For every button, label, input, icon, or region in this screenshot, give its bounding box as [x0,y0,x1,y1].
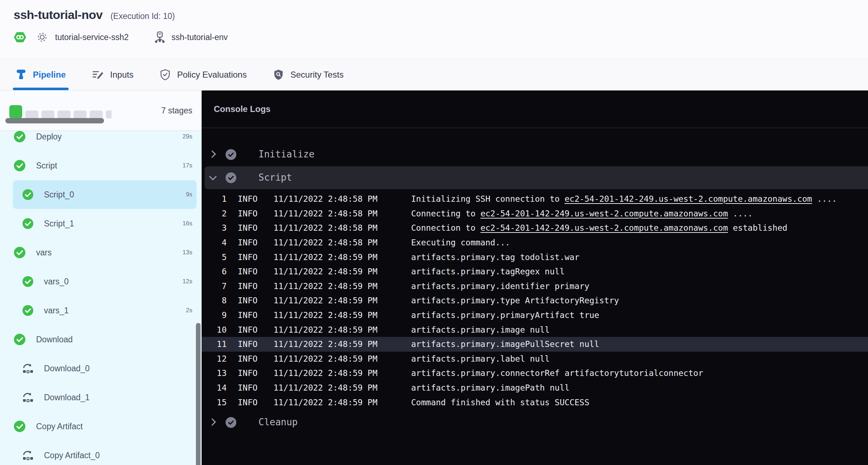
step-group-icon [22,363,34,374]
chevron-right-icon[interactable] [208,418,216,426]
log-message: Initializing SSH connection to ec2-54-20… [411,194,837,204]
log-text: Command finished with status SUCCESS [411,398,590,407]
log-message: artifacts.primary.imagePullSecret null [411,339,599,349]
stage-duration: 9s [186,191,192,198]
log-level: INFO [238,296,257,305]
console-panel: Console Logs Initialize Script1INFO11/11… [202,90,868,465]
stage-progress-block-todo [90,111,103,118]
log-timestamp: 11/11/2022 2:48:58 PM [273,223,378,232]
log-level: INFO [238,194,257,204]
title-row: ssh-tutorial-nov (Execution Id: 10) [14,8,175,22]
step-item-script_1[interactable]: Script_116s [0,209,202,238]
log-level: INFO [238,238,257,247]
log-message: Connecting to ec2-54-201-142-249.us-west… [411,209,753,218]
stage-item-script[interactable]: Script17s [0,151,202,180]
log-text: artifacts.primary.connectorRef artifacto… [411,368,703,378]
stage-label: Download [36,335,73,344]
tab-policy-evaluations[interactable]: Policy Evaluations [157,59,250,90]
chevron-right-icon[interactable] [208,150,216,158]
section-label: Initialize [258,149,315,160]
stage-label: vars_1 [44,306,69,315]
stage-item-copy-artifact[interactable]: Copy Artifact [0,412,202,441]
log-message: artifacts.primary.identifier primary [411,282,590,291]
stage-progress-blocks [9,105,112,119]
log-line-number: 4 [202,238,227,247]
log-line-number: 2 [202,209,227,218]
stage-item-deploy[interactable]: Deploy29s [0,131,202,151]
stage-item-download[interactable]: Download [0,325,202,354]
stage-duration: 2s [186,307,192,314]
log-timestamp: 11/11/2022 2:48:58 PM [273,238,378,247]
log-host-link[interactable]: ec2-54-201-142-249.us-west-2.compute.ama… [564,194,812,204]
log-timestamp: 11/11/2022 2:48:58 PM [273,194,378,204]
tab-label: Security Tests [290,70,344,80]
log-host-link[interactable]: ec2-54-201-142-249.us-west-2.compute.ama… [480,223,728,232]
log-message: artifacts.primary.image null [411,325,550,334]
log-line-2: 2INFO11/11/2022 2:48:58 PMConnecting to … [202,206,868,221]
log-level: INFO [238,209,257,218]
log-text: artifacts.primary.imagePullSecret null [411,339,599,349]
service-gear-icon[interactable] [36,31,48,43]
log-timestamp: 11/11/2022 2:48:59 PM [273,368,378,378]
tab-pipeline[interactable]: Pipeline [13,59,69,90]
log-line-number: 13 [202,368,227,378]
console-section-initialize[interactable]: Initialize [202,143,868,166]
log-level: INFO [238,325,257,334]
environment-name[interactable]: ssh-tutorial-env [172,33,228,42]
step-group-icon [22,450,34,461]
service-name[interactable]: tutorial-service-ssh2 [55,33,129,42]
log-line-14: 14INFO11/11/2022 2:48:59 PMartifacts.pri… [202,381,868,395]
log-host-link[interactable]: ec2-54-201-142-249.us-west-2.compute.ama… [480,209,728,218]
tab-label: Pipeline [33,70,66,80]
tab-security-tests[interactable]: Security Tests [270,59,346,90]
sidebar-vertical-scrollbar[interactable] [196,323,201,465]
console-logs-title: Console Logs [214,104,271,114]
stages-count: 7 stages [161,90,192,131]
log-level: INFO [238,383,257,392]
stage-label: vars_0 [44,277,69,287]
log-text: Connecting to [411,209,480,218]
log-line-number: 11 [202,339,227,349]
log-text: artifacts.primary.tagRegex null [411,267,564,276]
log-message: Executing command... [411,238,510,247]
log-line-8: 8INFO11/11/2022 2:48:59 PMartifacts.prim… [202,293,868,308]
stage-item-vars[interactable]: vars13s [0,238,202,267]
log-line-9: 9INFO11/11/2022 2:48:59 PMartifacts.prim… [202,308,868,323]
log-line-13: 13INFO11/11/2022 2:48:59 PMartifacts.pri… [202,366,868,381]
log-line-number: 14 [202,383,227,392]
selected-step-highlight [13,180,197,209]
stage-label: vars [36,248,51,258]
step-item-vars_1[interactable]: vars_12s [0,296,202,325]
log-line-number: 9 [202,310,227,320]
tab-inputs[interactable]: Inputs [89,59,136,90]
log-line-number: 5 [202,253,227,262]
stage-label: Deploy [36,132,62,142]
log-line-number: 8 [202,296,227,305]
log-timestamp: 11/11/2022 2:48:59 PM [273,383,378,392]
log-level: INFO [238,354,257,363]
log-timestamp: 11/11/2022 2:48:58 PM [273,209,378,218]
stage-label: Download_0 [44,364,90,373]
stage-duration: 12s [183,278,192,285]
step-item-copy-artifact_0[interactable]: Copy Artifact_0 [0,441,202,465]
log-text: Connection to [411,223,480,232]
step-item-vars_0[interactable]: vars_012s [0,267,202,296]
log-text: Executing command... [411,238,510,247]
stages-horizontal-scrollbar[interactable] [5,118,104,123]
step-item-download_1[interactable]: Download_1 [0,383,202,412]
stage-progress-block-todo [41,111,54,118]
log-text: established [728,223,787,232]
step-item-script_0[interactable]: Script_09s [0,180,202,209]
log-text: artifacts.primary.identifier primary [411,282,590,291]
console-section-cleanup[interactable]: Cleanup [202,411,868,434]
log-timestamp: 11/11/2022 2:48:59 PM [273,267,378,276]
section-success-check-icon [225,172,237,183]
console-section-script[interactable]: Script [202,166,868,189]
log-line-15: 15INFO11/11/2022 2:48:59 PMCommand finis… [202,395,868,410]
log-line-number: 10 [202,325,227,334]
step-item-download_0[interactable]: Download_0 [0,354,202,383]
environment-icon [154,31,165,43]
log-timestamp: 11/11/2022 2:48:59 PM [273,354,378,363]
stage-progress-block-todo [58,111,70,118]
section-label: Script [258,172,292,183]
